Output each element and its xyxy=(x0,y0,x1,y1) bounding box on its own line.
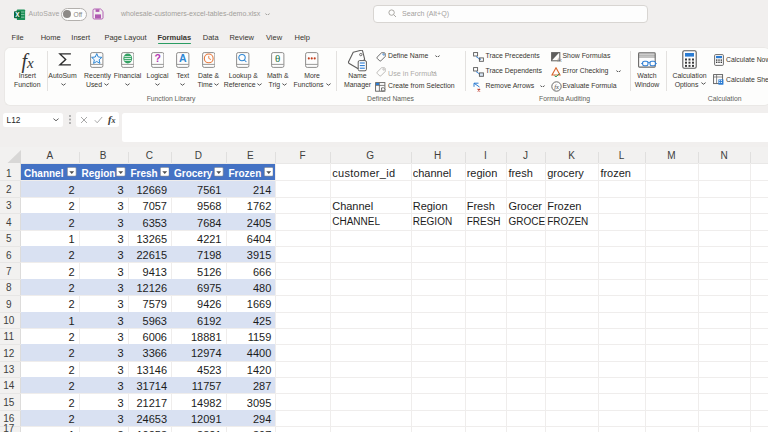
svg-text:θ: θ xyxy=(275,52,280,64)
svg-text:?: ? xyxy=(154,52,160,64)
svg-text:X: X xyxy=(15,11,20,18)
svg-text:fx: fx xyxy=(557,56,562,62)
svg-text:A: A xyxy=(179,52,187,64)
svg-text:fx: fx xyxy=(554,83,559,90)
